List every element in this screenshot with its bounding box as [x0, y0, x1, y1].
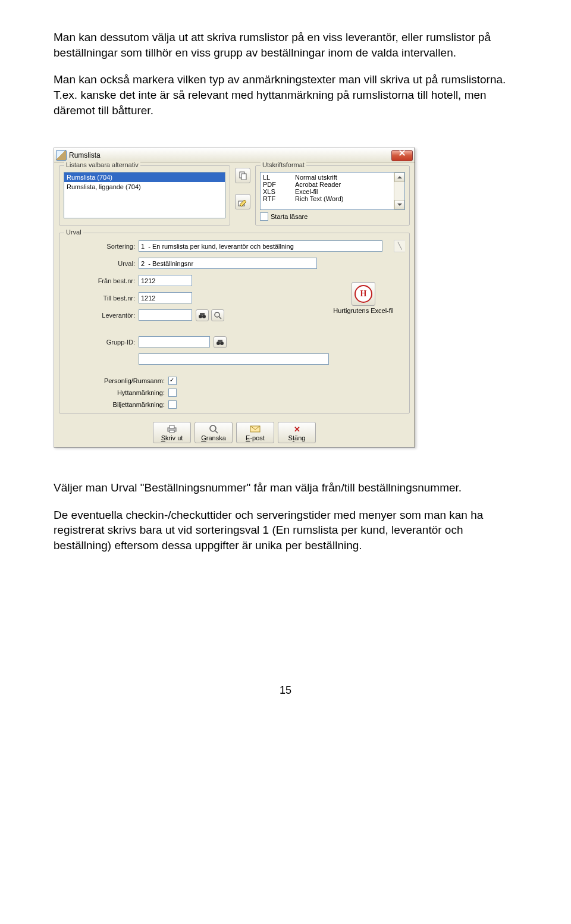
- svg-rect-5: [200, 313, 205, 315]
- svg-line-7: [219, 317, 221, 319]
- magnifier-icon[interactable]: [211, 309, 224, 321]
- dropdown-handle-icon[interactable]: ╲: [394, 240, 405, 252]
- print-format-group: Utskriftsformat LL PDF XLS RTF: [255, 165, 410, 225]
- format-row[interactable]: XLS: [263, 188, 290, 195]
- fran-best-input[interactable]: [139, 275, 192, 286]
- leverantor-input[interactable]: [139, 309, 192, 321]
- list-alternatives-legend: Listans valbara alternativ: [64, 161, 140, 168]
- list-item[interactable]: Rumslista (704): [64, 173, 225, 182]
- svg-rect-1: [241, 174, 246, 180]
- svg-line-15: [215, 431, 218, 433]
- close-button[interactable]: ✕ Stäng: [278, 422, 316, 443]
- document-paragraph: Man kan också markera vilken typ av anmä…: [54, 72, 517, 118]
- printer-icon: [167, 424, 177, 434]
- biljett-label: Biljettanmärkning:: [64, 401, 168, 408]
- print-format-legend: Utskriftsformat: [261, 161, 306, 168]
- edit-icon[interactable]: [235, 194, 250, 209]
- format-row[interactable]: RTF: [263, 195, 290, 202]
- print-button-label: SSkriv utkriv ut: [161, 434, 183, 441]
- preview-button[interactable]: Granska: [194, 422, 233, 443]
- binoculars-icon[interactable]: [214, 336, 227, 348]
- document-paragraph: De eventuella checkin-/checkuttider och …: [54, 508, 517, 553]
- personlig-checkbox[interactable]: [168, 377, 177, 385]
- close-button-label: Stäng: [288, 434, 306, 441]
- svg-point-6: [215, 312, 219, 317]
- scroll-track[interactable]: [394, 182, 404, 200]
- sortering-input[interactable]: [139, 240, 382, 252]
- start-reader-label: Starta läsare: [271, 213, 308, 220]
- scroll-up-icon[interactable]: [394, 173, 404, 182]
- grupp-id-label: Grupp-ID:: [64, 339, 139, 346]
- document-paragraph: Man kan dessutom välja ut att skriva rum…: [54, 30, 517, 60]
- format-row[interactable]: Rich Text (Word): [295, 195, 344, 202]
- copy-icon[interactable]: [235, 168, 250, 183]
- format-row[interactable]: Excel-fil: [295, 188, 344, 195]
- envelope-icon: [250, 424, 261, 434]
- list-alternatives[interactable]: Rumslista (704) Rumslista, liggande (704…: [64, 172, 225, 218]
- urval-label: Urval:: [64, 260, 139, 267]
- format-row[interactable]: PDF: [263, 181, 290, 188]
- document-paragraph: Väljer man Urval "Beställningsnummer" få…: [54, 480, 517, 496]
- sortering-label: Sortering:: [64, 243, 139, 250]
- list-alternatives-group: Listans valbara alternativ Rumslista (70…: [59, 165, 230, 225]
- hurtigruten-logo-icon: H: [352, 282, 375, 306]
- binoculars-icon[interactable]: [196, 309, 209, 321]
- fran-best-label: Från best.nr:: [64, 277, 139, 284]
- svg-rect-13: [170, 430, 174, 433]
- print-button[interactable]: SSkriv utkriv ut: [153, 422, 191, 443]
- svg-point-14: [210, 425, 216, 431]
- format-row[interactable]: Acrobat Reader: [295, 181, 344, 188]
- magnifier-icon: [209, 424, 218, 434]
- svg-rect-10: [218, 340, 222, 342]
- till-best-label: Till best.nr:: [64, 295, 139, 302]
- leverantor-label: Leverantör:: [64, 312, 139, 319]
- scrollbar[interactable]: [394, 173, 404, 209]
- scroll-down-icon[interactable]: [394, 200, 404, 209]
- print-format-list[interactable]: LL PDF XLS RTF Normal utskrift Acrobat R…: [260, 172, 405, 210]
- email-button-label: E-post: [246, 434, 265, 441]
- urval-input[interactable]: [139, 258, 317, 269]
- window-title: Rumslista: [69, 151, 101, 159]
- svg-rect-12: [170, 425, 174, 428]
- app-icon: [56, 150, 67, 161]
- page-number: 15: [54, 684, 517, 697]
- grupp-id-input[interactable]: [139, 336, 210, 347]
- rumslista-dialog: Rumslista Listans valbara alternativ Rum…: [54, 148, 415, 447]
- grupp-name-input[interactable]: [139, 353, 329, 365]
- preview-button-label: Granska: [201, 434, 226, 441]
- urval-group: Urval Sortering: ╲ Urval: Från best.nr:: [59, 233, 410, 414]
- hytt-checkbox[interactable]: [168, 389, 177, 397]
- list-item[interactable]: Rumslista, liggande (704): [64, 182, 225, 192]
- close-icon: ✕: [294, 424, 300, 434]
- hytt-label: Hyttanmärkning:: [64, 389, 168, 396]
- format-row[interactable]: Normal utskrift: [295, 174, 344, 181]
- till-best-input[interactable]: [139, 292, 192, 303]
- personlig-label: Personlig/Rumsanm:: [64, 377, 168, 384]
- format-row[interactable]: LL: [263, 174, 290, 181]
- close-icon[interactable]: [391, 150, 413, 161]
- start-reader-checkbox[interactable]: [260, 212, 268, 221]
- biljett-checkbox[interactable]: [168, 400, 177, 409]
- urval-legend: Urval: [64, 228, 83, 236]
- email-button[interactable]: E-post: [236, 422, 274, 443]
